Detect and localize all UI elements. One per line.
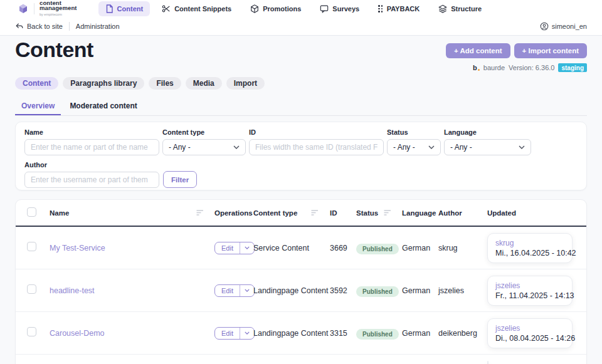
updated-card: jszelies Di., 08.04.2025 - 14:26 xyxy=(487,318,573,348)
staging-badge: staging xyxy=(558,63,587,72)
layers-icon xyxy=(438,4,447,13)
status-select-value: - Any - xyxy=(393,143,415,152)
language-select-value: - Any - xyxy=(450,143,472,152)
content-name-link[interactable]: Carousel-Demo xyxy=(50,329,196,338)
updated-at: Di., 08.04.2025 - 14:26 xyxy=(495,334,564,343)
nav-item-promotions[interactable]: Promotions xyxy=(243,1,308,16)
import-content-button[interactable]: + Import content xyxy=(514,43,587,58)
content-type-select-value: - Any - xyxy=(169,143,191,152)
dots-grid-icon xyxy=(378,5,383,13)
author-cell: skrug xyxy=(438,244,487,252)
row-checkbox[interactable] xyxy=(27,242,36,251)
back-to-site-link[interactable]: Back to site xyxy=(15,23,63,30)
header-status: Status xyxy=(356,209,384,217)
logo-divider xyxy=(34,3,34,14)
sort-icon[interactable] xyxy=(311,210,330,216)
subtab-overview[interactable]: Overview xyxy=(15,98,61,115)
chevron-down-icon xyxy=(233,145,240,149)
username: simeoni_en xyxy=(552,23,587,30)
updated-at: Fr., 11.04.2025 - 14:13 xyxy=(495,291,564,300)
filter-button[interactable]: Filter xyxy=(163,171,197,188)
nav-item-structure[interactable]: Structure xyxy=(431,1,488,16)
author-cell: jszelies xyxy=(438,286,487,295)
select-all-checkbox[interactable] xyxy=(27,207,36,217)
edit-button[interactable]: Edit xyxy=(214,327,255,340)
content-name-link[interactable]: My Test-Service xyxy=(50,244,196,252)
updated-by-link[interactable]: jszelies xyxy=(495,324,564,333)
table-row: headline-test Edit Landingpage Content 3… xyxy=(16,269,586,312)
nav-item-content[interactable]: Content xyxy=(98,1,150,16)
author-filter-input[interactable] xyxy=(24,172,159,188)
table-header-row: Name Operations Content type ID Status L… xyxy=(16,200,586,227)
speech-bubble-icon xyxy=(320,4,329,13)
tab-files[interactable]: Files xyxy=(149,77,181,90)
nav-item-content-snippets[interactable]: Content Snippets xyxy=(155,1,238,16)
environment-info: b baurde Version: 6.36.0 staging xyxy=(473,63,587,72)
edit-dropdown-toggle[interactable] xyxy=(240,328,254,339)
user-menu[interactable]: simeoni_en xyxy=(540,22,587,31)
edit-button[interactable]: Edit xyxy=(214,284,255,297)
author-filter-label: Author xyxy=(24,161,159,169)
chevron-down-icon xyxy=(519,145,525,149)
header-id: ID xyxy=(330,209,356,217)
tab-content[interactable]: Content xyxy=(15,77,58,90)
content-name-link[interactable]: headline-test xyxy=(50,286,196,295)
tab-import[interactable]: Import xyxy=(226,77,265,90)
table-row-partial xyxy=(16,355,586,364)
name-filter-input[interactable] xyxy=(24,139,159,155)
edit-dropdown-toggle[interactable] xyxy=(240,242,254,254)
row-checkbox[interactable] xyxy=(27,327,36,336)
header-updated: Updated xyxy=(487,209,586,217)
package-icon xyxy=(250,4,259,13)
tab-media[interactable]: Media xyxy=(186,77,222,90)
language-select[interactable]: - Any - xyxy=(444,139,531,155)
toolbar-divider xyxy=(69,22,70,31)
back-arrow-icon xyxy=(15,23,23,30)
id-filter-input[interactable] xyxy=(249,139,384,155)
content-table: Name Operations Content type ID Status L… xyxy=(15,199,587,364)
edit-dropdown-toggle[interactable] xyxy=(240,285,254,296)
updated-by-link[interactable]: skrug xyxy=(495,239,564,247)
logo-text: content management by empiriecom xyxy=(40,1,77,18)
add-content-button[interactable]: + Add content xyxy=(446,43,510,58)
scissors-icon xyxy=(162,4,171,13)
content-type-filter-label: Content type xyxy=(162,128,246,136)
administration-link[interactable]: Administration xyxy=(76,23,120,30)
sort-icon[interactable] xyxy=(384,210,402,216)
edit-button[interactable]: Edit xyxy=(214,242,255,254)
chevron-down-icon xyxy=(428,145,435,149)
id-cell: 3315 xyxy=(330,329,356,338)
nav-item-label: Surveys xyxy=(332,5,359,13)
row-checkbox[interactable] xyxy=(27,284,36,294)
nav-item-payback[interactable]: PAYBACK xyxy=(371,2,426,16)
updated-by-link[interactable]: jszelies xyxy=(495,281,564,290)
sort-icon[interactable] xyxy=(196,210,214,216)
app-logo: content management by empiriecom xyxy=(18,1,77,18)
content-type-select[interactable]: - Any - xyxy=(162,139,246,155)
language-cell: German xyxy=(402,244,438,252)
status-select[interactable]: - Any - xyxy=(387,139,441,155)
cube-logo-icon xyxy=(18,3,29,14)
env-name: baurde xyxy=(483,64,505,71)
nav-item-label: PAYBACK xyxy=(387,5,420,13)
nav-item-label: Structure xyxy=(451,5,482,13)
language-filter-label: Language xyxy=(444,128,531,136)
filter-panel: Name Content type - Any - ID Status - An… xyxy=(15,122,587,190)
updated-card: jszelies Fr., 11.04.2025 - 14:13 xyxy=(487,276,573,306)
view-tabs: Overview Moderated content xyxy=(15,98,587,116)
id-filter-label: ID xyxy=(249,128,384,136)
content-type-cell: Service Content xyxy=(253,244,311,252)
tab-paragraphs-library[interactable]: Paragraphs library xyxy=(63,77,144,90)
content-type-cell: Landingpage Content xyxy=(253,286,311,295)
name-filter-label: Name xyxy=(24,128,159,136)
user-icon xyxy=(540,22,549,31)
nav-item-surveys[interactable]: Surveys xyxy=(313,1,366,16)
chevron-down-icon xyxy=(245,289,250,292)
chevron-down-icon xyxy=(245,246,250,249)
subtab-moderated-content[interactable]: Moderated content xyxy=(63,98,143,115)
env-logo-dot xyxy=(478,69,480,71)
back-to-site-label: Back to site xyxy=(27,23,63,30)
logo-subtitle: by empiriecom xyxy=(40,12,77,18)
updated-card: skrug Mi., 16.04.2025 - 10:42 xyxy=(487,233,573,263)
table-row: Carousel-Demo Edit Landingpage Content 3… xyxy=(16,312,586,355)
